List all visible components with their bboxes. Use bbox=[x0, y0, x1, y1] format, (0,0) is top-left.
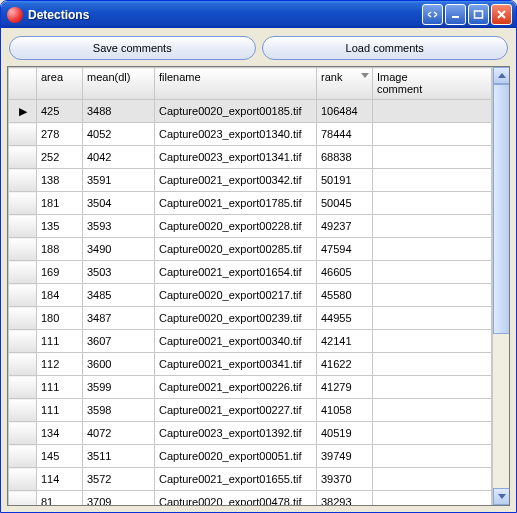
cell-image-comment[interactable] bbox=[373, 123, 492, 146]
cell-rank[interactable]: 39370 bbox=[317, 468, 373, 491]
data-grid[interactable]: area mean(dl) filename rank Image commen… bbox=[8, 67, 492, 505]
load-comments-button[interactable]: Load comments bbox=[262, 36, 509, 60]
cell-image-comment[interactable] bbox=[373, 192, 492, 215]
cell-area[interactable]: 188 bbox=[37, 238, 83, 261]
cell-image-comment[interactable] bbox=[373, 422, 492, 445]
cell-filename[interactable]: Capture0020_export00185.tif bbox=[155, 100, 317, 123]
cell-mean[interactable]: 3487 bbox=[83, 307, 155, 330]
row-header[interactable] bbox=[9, 353, 37, 376]
table-row[interactable]: 2784052Capture0023_export01340.tif78444 bbox=[9, 123, 492, 146]
table-row[interactable]: 1344072Capture0023_export01392.tif40519 bbox=[9, 422, 492, 445]
table-row[interactable]: 1883490Capture0020_export00285.tif47594 bbox=[9, 238, 492, 261]
cell-filename[interactable]: Capture0021_export00342.tif bbox=[155, 169, 317, 192]
col-rank-header[interactable]: rank bbox=[317, 68, 373, 100]
save-comments-button[interactable]: Save comments bbox=[9, 36, 256, 60]
cell-mean[interactable]: 3490 bbox=[83, 238, 155, 261]
cell-area[interactable]: 184 bbox=[37, 284, 83, 307]
cell-filename[interactable]: Capture0021_export01654.tif bbox=[155, 261, 317, 284]
cell-filename[interactable]: Capture0020_export00285.tif bbox=[155, 238, 317, 261]
cell-area[interactable]: 111 bbox=[37, 399, 83, 422]
row-header[interactable] bbox=[9, 215, 37, 238]
cell-rank[interactable]: 42141 bbox=[317, 330, 373, 353]
cell-image-comment[interactable] bbox=[373, 284, 492, 307]
row-header[interactable] bbox=[9, 376, 37, 399]
cell-image-comment[interactable] bbox=[373, 215, 492, 238]
table-row[interactable]: 1813504Capture0021_export01785.tif50045 bbox=[9, 192, 492, 215]
cell-image-comment[interactable] bbox=[373, 399, 492, 422]
cell-image-comment[interactable] bbox=[373, 353, 492, 376]
table-row[interactable]: 2524042Capture0023_export01341.tif68838 bbox=[9, 146, 492, 169]
cell-image-comment[interactable] bbox=[373, 491, 492, 506]
cell-filename[interactable]: Capture0020_export00239.tif bbox=[155, 307, 317, 330]
cell-filename[interactable]: Capture0021_export01655.tif bbox=[155, 468, 317, 491]
table-row[interactable]: 1353593Capture0020_export00228.tif49237 bbox=[9, 215, 492, 238]
cell-rank[interactable]: 44955 bbox=[317, 307, 373, 330]
cell-mean[interactable]: 3600 bbox=[83, 353, 155, 376]
cell-rank[interactable]: 41279 bbox=[317, 376, 373, 399]
cell-mean[interactable]: 3593 bbox=[83, 215, 155, 238]
cell-area[interactable]: 181 bbox=[37, 192, 83, 215]
cell-rank[interactable]: 39749 bbox=[317, 445, 373, 468]
cell-image-comment[interactable] bbox=[373, 238, 492, 261]
cell-area[interactable]: 169 bbox=[37, 261, 83, 284]
cell-rank[interactable]: 49237 bbox=[317, 215, 373, 238]
row-header[interactable] bbox=[9, 169, 37, 192]
table-row[interactable]: 1383591Capture0021_export00342.tif50191 bbox=[9, 169, 492, 192]
vertical-scrollbar[interactable] bbox=[492, 67, 509, 505]
cell-mean[interactable]: 3488 bbox=[83, 100, 155, 123]
scroll-thumb[interactable] bbox=[493, 84, 510, 334]
row-header[interactable] bbox=[9, 307, 37, 330]
table-row[interactable]: 1803487Capture0020_export00239.tif44955 bbox=[9, 307, 492, 330]
cell-area[interactable]: 180 bbox=[37, 307, 83, 330]
row-header[interactable]: ▶ bbox=[9, 100, 37, 123]
col-selector-header[interactable] bbox=[9, 68, 37, 100]
cell-mean[interactable]: 4042 bbox=[83, 146, 155, 169]
cell-mean[interactable]: 3607 bbox=[83, 330, 155, 353]
cell-rank[interactable]: 50191 bbox=[317, 169, 373, 192]
row-header[interactable] bbox=[9, 330, 37, 353]
scroll-up-button[interactable] bbox=[493, 67, 510, 84]
cell-filename[interactable]: Capture0021_export00226.tif bbox=[155, 376, 317, 399]
row-header[interactable] bbox=[9, 146, 37, 169]
cell-filename[interactable]: Capture0020_export00217.tif bbox=[155, 284, 317, 307]
cell-rank[interactable]: 41622 bbox=[317, 353, 373, 376]
cell-rank[interactable]: 47594 bbox=[317, 238, 373, 261]
cell-area[interactable]: 278 bbox=[37, 123, 83, 146]
cell-rank[interactable]: 46605 bbox=[317, 261, 373, 284]
table-row[interactable]: 1113599Capture0021_export00226.tif41279 bbox=[9, 376, 492, 399]
table-row[interactable]: 1113598Capture0021_export00227.tif41058 bbox=[9, 399, 492, 422]
cell-area[interactable]: 81 bbox=[37, 491, 83, 506]
cell-filename[interactable]: Capture0021_export01785.tif bbox=[155, 192, 317, 215]
minimize-button[interactable] bbox=[445, 4, 466, 25]
cell-mean[interactable]: 4052 bbox=[83, 123, 155, 146]
cell-area[interactable]: 138 bbox=[37, 169, 83, 192]
cell-area[interactable]: 114 bbox=[37, 468, 83, 491]
cell-mean[interactable]: 3599 bbox=[83, 376, 155, 399]
cell-filename[interactable]: Capture0021_export00227.tif bbox=[155, 399, 317, 422]
cell-mean[interactable]: 3511 bbox=[83, 445, 155, 468]
cell-rank[interactable]: 45580 bbox=[317, 284, 373, 307]
cell-rank[interactable]: 106484 bbox=[317, 100, 373, 123]
cell-filename[interactable]: Capture0023_export01340.tif bbox=[155, 123, 317, 146]
maximize-button[interactable] bbox=[468, 4, 489, 25]
cell-mean[interactable]: 3485 bbox=[83, 284, 155, 307]
cell-mean[interactable]: 3503 bbox=[83, 261, 155, 284]
cell-mean[interactable]: 3598 bbox=[83, 399, 155, 422]
table-row[interactable]: 1453511Capture0020_export00051.tif39749 bbox=[9, 445, 492, 468]
cell-filename[interactable]: Capture0023_export01341.tif bbox=[155, 146, 317, 169]
scroll-down-button[interactable] bbox=[493, 488, 510, 505]
cell-filename[interactable]: Capture0020_export00478.tif bbox=[155, 491, 317, 506]
row-header[interactable] bbox=[9, 123, 37, 146]
cell-mean[interactable]: 4072 bbox=[83, 422, 155, 445]
table-row[interactable]: 1693503Capture0021_export01654.tif46605 bbox=[9, 261, 492, 284]
cell-filename[interactable]: Capture0020_export00228.tif bbox=[155, 215, 317, 238]
cell-rank[interactable]: 38293 bbox=[317, 491, 373, 506]
col-area-header[interactable]: area bbox=[37, 68, 83, 100]
table-row[interactable]: 1143572Capture0021_export01655.tif39370 bbox=[9, 468, 492, 491]
row-header[interactable] bbox=[9, 422, 37, 445]
cell-image-comment[interactable] bbox=[373, 146, 492, 169]
cell-area[interactable]: 134 bbox=[37, 422, 83, 445]
cell-rank[interactable]: 68838 bbox=[317, 146, 373, 169]
cell-rank[interactable]: 40519 bbox=[317, 422, 373, 445]
row-header[interactable] bbox=[9, 399, 37, 422]
